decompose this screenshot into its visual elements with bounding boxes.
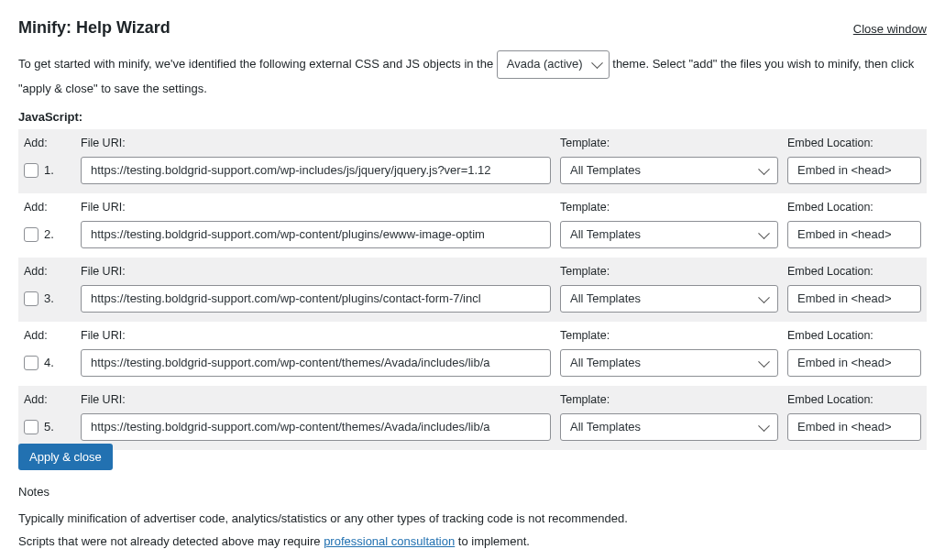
label-embed: Embed Location: [787,329,921,342]
label-embed: Embed Location: [787,137,921,149]
add-checkbox[interactable] [24,356,38,370]
table-row: Add: 4. File URI: Template: All Template… [18,322,927,386]
row-number: 5. [44,420,54,434]
label-file-uri: File URI: [81,137,551,149]
embed-select[interactable]: Embed in <head> [787,221,921,248]
file-rows: Add: 1. File URI: Template: All Template… [18,129,927,450]
note-text: Typically minification of advertiser cod… [18,511,927,525]
professional-consultation-link[interactable]: professional consultation [324,534,455,548]
row-number: 3. [44,291,54,305]
label-add: Add: [24,137,71,149]
page-title: Minify: Help Wizard [18,18,170,38]
section-label-javascript: JavaScript: [18,110,927,124]
table-row: Add: 3. File URI: Template: All Template… [18,258,927,322]
label-add: Add: [24,201,71,214]
label-embed: Embed Location: [787,201,921,214]
label-add: Add: [24,393,71,406]
add-checkbox[interactable] [24,420,38,434]
label-add: Add: [24,265,71,278]
row-number: 1. [44,163,54,177]
file-uri-input[interactable] [81,221,551,248]
label-file-uri: File URI: [81,329,551,342]
add-checkbox[interactable] [24,291,38,306]
add-checkbox[interactable] [24,227,38,242]
file-uri-input[interactable] [81,157,551,184]
label-template: Template: [560,201,778,214]
label-template: Template: [560,393,778,406]
embed-select[interactable]: Embed in <head> [787,413,921,441]
row-number: 4. [44,356,54,369]
label-file-uri: File URI: [81,201,551,214]
file-uri-input[interactable] [81,413,551,441]
file-uri-input[interactable] [81,285,551,313]
label-template: Template: [560,329,778,342]
template-select[interactable]: All Templates [560,221,778,248]
table-row: Add: 1. File URI: Template: All Template… [18,129,927,193]
note-text-part: to implement. [455,534,530,548]
note-text-part: Scripts that were not already detected a… [18,534,324,548]
label-file-uri: File URI: [81,393,551,406]
label-embed: Embed Location: [787,393,921,406]
template-select[interactable]: All Templates [560,285,778,313]
row-number: 2. [44,227,54,241]
close-window-link[interactable]: Close window [853,22,927,36]
note-text: Scripts that were not already detected a… [18,534,927,548]
file-uri-input[interactable] [81,349,551,377]
notes-heading: Notes [18,485,927,499]
label-template: Template: [560,265,778,278]
template-select[interactable]: All Templates [560,157,778,184]
table-row: Add: 5. File URI: Template: All Template… [18,386,927,450]
table-row: Add: 2. File URI: Template: All Template… [18,193,927,258]
add-checkbox[interactable] [24,163,38,178]
apply-close-button[interactable]: Apply & close [18,444,113,470]
label-add: Add: [24,329,71,342]
label-embed: Embed Location: [787,265,921,278]
label-template: Template: [560,137,778,149]
intro-text-part1: To get started with minify, we've identi… [18,57,497,71]
template-select[interactable]: All Templates [560,413,778,441]
label-file-uri: File URI: [81,265,551,278]
embed-select[interactable]: Embed in <head> [787,349,921,377]
embed-select[interactable]: Embed in <head> [787,285,921,313]
intro-text: To get started with minify, we've identi… [18,50,927,99]
template-select[interactable]: All Templates [560,349,778,377]
theme-select[interactable]: Avada (active) [497,50,610,79]
embed-select[interactable]: Embed in <head> [787,157,921,184]
